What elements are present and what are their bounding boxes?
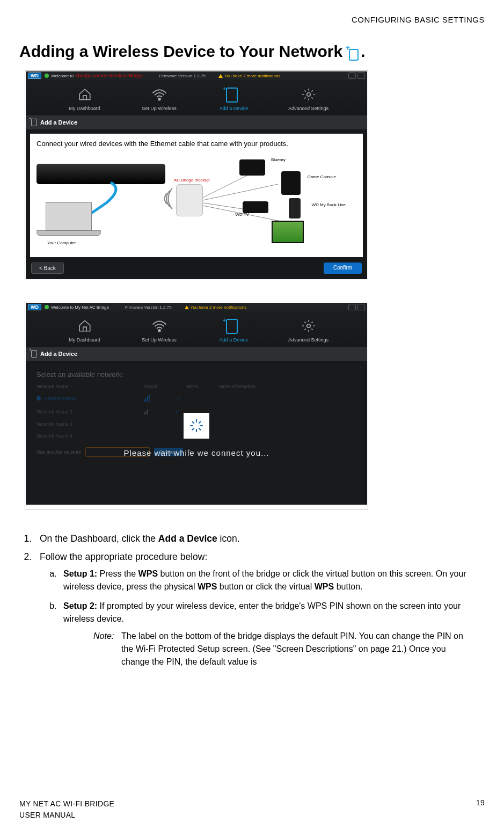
substep-list: Setup 1: Press the WPS button on the fro… (40, 567, 485, 668)
setup-2-label: Setup 2: (63, 601, 97, 610)
notification-banner-2: You have 2 more notifications (185, 305, 247, 310)
svg-point-1 (306, 93, 310, 97)
nav-wireless-label-2: Set Up Wireless (130, 337, 189, 343)
footer-product: MY NET AC WI-FI BRIDGE (19, 798, 114, 809)
section-header: CONFIGURING BASIC SETTINGS (19, 15, 485, 24)
sub-a-3: button or click the virtual (217, 582, 314, 591)
notification-text-2: You have 2 more notifications (191, 305, 247, 310)
title-period: . (361, 42, 365, 61)
nav-advanced-2[interactable]: Advanced Settings (279, 319, 338, 343)
loading-overlay: Please wait while we connect you... (30, 365, 363, 505)
note-block: Note: The label on the bottom of the bri… (93, 630, 485, 668)
topbar-2: WD Welcome to My Net AC Bridge Firmware … (26, 303, 367, 311)
nav-add-device[interactable]: + Add a Device (204, 88, 264, 111)
svg-line-12 (192, 421, 194, 423)
page-number: 19 (476, 798, 485, 820)
notification-banner: You have 2 more notifications (218, 74, 281, 78)
welcome-text-2: Welcome to My Net AC Bridge (51, 305, 109, 310)
dropdown-button-2[interactable] (348, 304, 356, 310)
nav-row-1: My Dashboard Set Up Wireless + Add a Dev… (26, 80, 367, 115)
step-2-text: Follow the appropriate procedure below: (40, 551, 207, 562)
nav-advanced-label: Advanced Settings (279, 106, 338, 111)
back-button[interactable]: < Back (31, 263, 64, 274)
label-your-computer: Your Computer (47, 241, 76, 245)
svg-point-6 (158, 330, 160, 332)
topbar-1: WD Welcome to <bridge name> Wireless Bri… (26, 71, 367, 80)
wps-bold-1: WPS (138, 569, 158, 578)
panel-instruction: Connect your wired devices with the Ethe… (36, 139, 356, 149)
nav-dashboard-label-2: My Dashboard (55, 337, 114, 343)
step-1-bold: Add a Device (158, 533, 217, 544)
nav-dashboard-label: My Dashboard (55, 106, 114, 111)
note-body: The label on the bottom of the bridge di… (121, 630, 476, 668)
step-1-text-c: icon. (217, 533, 240, 544)
button-row-1: < Back Confirm (26, 263, 367, 279)
sub-a-1: Press the (97, 569, 138, 578)
screenshot-2: WD Welcome to My Net AC Bridge Firmware … (25, 302, 368, 510)
nav-dashboard-2[interactable]: My Dashboard (55, 319, 114, 343)
gear-icon (301, 88, 317, 101)
svg-line-13 (199, 428, 201, 429)
setup-1-label: Setup 1: (63, 569, 97, 578)
step-1-text-a: On the Dashboard, click the (40, 533, 158, 544)
dropdown-button[interactable] (348, 72, 356, 79)
step-2: Follow the appropriate procedure below: … (34, 550, 485, 668)
wifi-icon (151, 88, 167, 101)
add-device-icon: + (346, 46, 359, 57)
wd-logo: WD (28, 72, 41, 79)
step-1: On the Dashboard, click the Add a Device… (34, 532, 485, 545)
warning-icon-2 (185, 305, 189, 309)
bridge-name-placeholder: <bridge name> Wireless Bridge (75, 73, 143, 78)
tab-device-icon-2 (31, 350, 37, 358)
svg-point-7 (306, 324, 310, 328)
wps-bold-2: WPS (198, 582, 217, 591)
connection-diagram: Your Computer AC Bridge mockup Blueray G… (36, 152, 356, 243)
warning-icon (218, 74, 223, 78)
label-mybook: WD My Book Live (311, 202, 346, 207)
svg-line-15 (199, 421, 201, 423)
house-icon (77, 88, 93, 101)
tab-label-2: Add a Device (40, 351, 77, 357)
nav-wireless-2[interactable]: Set Up Wireless (130, 319, 189, 343)
nav-advanced[interactable]: Advanced Settings (279, 88, 338, 111)
label-game-console: Game Console (308, 174, 336, 179)
network-panel: Select an available network: Network Nam… (30, 365, 363, 505)
nav-add-device-label-2: Add a Device (204, 337, 264, 343)
instruction-list: On the Dashboard, click the Add a Device… (19, 532, 485, 668)
firmware-version-2: Firmware Version 1.2.75 (125, 305, 172, 310)
add-device-nav-icon-2: + (226, 319, 242, 333)
notification-text: You have 2 more notifications (224, 74, 281, 78)
nav-wireless[interactable]: Set Up Wireless (130, 88, 189, 111)
gear-icon-2 (301, 319, 317, 333)
firmware-version: Firmware Version 1.2.75 (159, 74, 206, 78)
tab-device-icon (31, 119, 37, 126)
wifi-icon-2 (151, 319, 167, 333)
label-blueray: Blueray (271, 157, 286, 162)
confirm-button[interactable]: Confirm (324, 263, 362, 274)
nav-add-device-label: Add a Device (204, 106, 264, 111)
nav-add-device-2[interactable]: + Add a Device (204, 319, 264, 343)
svg-line-14 (192, 428, 194, 429)
add-device-nav-icon: + (226, 88, 242, 101)
overlay-message: Please wait while we connect you... (124, 448, 269, 457)
substep-b: Setup 2: If prompted by your wireless de… (59, 600, 485, 668)
substep-a: Setup 1: Press the WPS button on the fro… (59, 567, 485, 593)
nav-advanced-label-2: Advanced Settings (279, 337, 338, 343)
page-title: Adding a Wireless Device to Your Network… (19, 42, 485, 61)
help-button[interactable] (357, 72, 365, 79)
tab-bar-1: Add a Device (26, 115, 367, 129)
wps-bold-3: WPS (315, 582, 334, 591)
help-button-2[interactable] (357, 304, 365, 310)
nav-dashboard[interactable]: My Dashboard (55, 88, 114, 111)
welcome-text: Welcome to (51, 74, 74, 78)
label-wd-tv: WD TV (235, 212, 249, 217)
page-footer: MY NET AC WI-FI BRIDGE USER MANUAL 19 (19, 798, 485, 820)
wd-logo-2: WD (28, 304, 41, 310)
tab-label-1: Add a Device (40, 119, 77, 126)
svg-point-0 (158, 98, 160, 100)
nav-wireless-label: Set Up Wireless (130, 106, 189, 111)
title-text: Adding a Wireless Device to Your Network (19, 42, 342, 61)
screenshot-1: WD Welcome to <bridge name> Wireless Bri… (25, 70, 368, 280)
tab-bar-2: Add a Device (26, 347, 367, 361)
status-dot-icon-2 (45, 305, 49, 309)
